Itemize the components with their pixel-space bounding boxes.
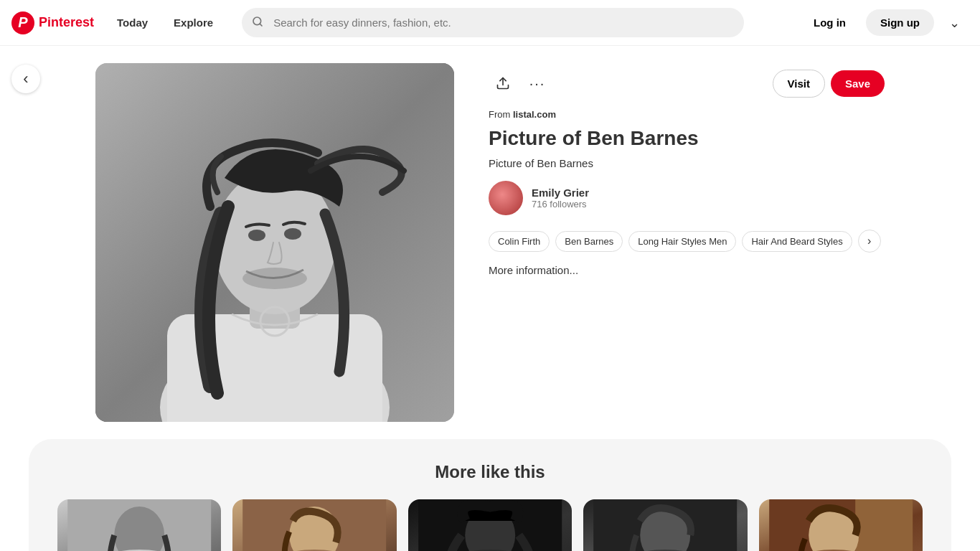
pin-source: From listal.com — [489, 109, 885, 120]
pin-image-container — [95, 63, 454, 422]
thumbnail-4[interactable] — [583, 499, 747, 551]
thumbnails-row — [57, 499, 923, 551]
chevron-down-icon: ⌄ — [949, 15, 960, 31]
back-icon: ‹ — [23, 70, 28, 88]
pin-description: Picture of Ben Barnes — [489, 157, 885, 169]
search-icon — [252, 16, 263, 30]
save-button[interactable]: Save — [831, 70, 885, 97]
user-avatar[interactable] — [489, 181, 523, 215]
visit-button[interactable]: Visit — [773, 70, 825, 98]
source-link[interactable]: listal.com — [513, 109, 556, 120]
main-nav: Today Explore — [105, 11, 225, 34]
more-tags-button[interactable]: › — [858, 230, 881, 253]
header: P Pinterest Today Explore Log in Sign up… — [0, 0, 980, 46]
svg-line-1 — [260, 24, 262, 26]
more-section-title: More like this — [57, 462, 923, 482]
more-like-this-section: More like this — [29, 439, 951, 551]
signup-button[interactable]: Sign up — [866, 9, 934, 36]
more-options-button[interactable]: ··· — [523, 69, 552, 98]
svg-point-8 — [284, 228, 301, 240]
header-actions: Log in Sign up ⌄ — [799, 9, 969, 37]
more-info-button[interactable]: More information... — [489, 264, 578, 276]
dropdown-chevron-button[interactable]: ⌄ — [940, 9, 969, 37]
thumbnail-2[interactable] — [232, 499, 396, 551]
user-row: Emily Grier 716 followers — [489, 181, 885, 215]
thumbnail-1[interactable] — [57, 499, 221, 551]
avatar-image — [489, 181, 523, 215]
svg-point-9 — [242, 268, 307, 289]
pin-actions-row: ··· Visit Save — [489, 69, 885, 98]
pinterest-brand-name: Pinterest — [39, 15, 94, 30]
user-followers: 716 followers — [532, 199, 589, 209]
pinterest-logo[interactable]: P Pinterest — [11, 11, 94, 34]
search-bar — [242, 8, 744, 37]
pin-image-svg — [95, 63, 454, 422]
pin-detail: ··· Visit Save From listal.com Picture o… — [489, 63, 885, 422]
login-button[interactable]: Log in — [799, 9, 860, 36]
svg-rect-25 — [855, 499, 913, 551]
tag-long-hair[interactable]: Long Hair Styles Men — [628, 231, 736, 252]
share-button[interactable] — [489, 69, 517, 98]
tag-colin-firth[interactable]: Colin Firth — [489, 231, 550, 252]
back-button[interactable]: ‹ — [11, 65, 40, 93]
svg-point-7 — [248, 230, 265, 241]
nav-explore[interactable]: Explore — [162, 11, 225, 34]
tag-hair-beard[interactable]: Hair And Beard Styles — [742, 231, 852, 252]
pinterest-p-icon: P — [11, 11, 34, 34]
tag-ben-barnes[interactable]: Ben Barnes — [555, 231, 623, 252]
ellipsis-icon: ··· — [529, 75, 546, 92]
pin-image — [95, 63, 454, 422]
nav-today[interactable]: Today — [105, 11, 159, 34]
thumbnail-3[interactable] — [408, 499, 572, 551]
pin-title: Picture of Ben Barnes — [489, 126, 885, 151]
user-name[interactable]: Emily Grier — [532, 187, 589, 199]
bottom-area: More like this — [29, 439, 951, 551]
tags-row: Colin Firth Ben Barnes Long Hair Styles … — [489, 230, 885, 253]
search-input[interactable] — [242, 8, 744, 37]
user-info: Emily Grier 716 followers — [532, 187, 589, 209]
thumbnail-5[interactable] — [759, 499, 923, 551]
chevron-right-icon: › — [867, 235, 871, 248]
